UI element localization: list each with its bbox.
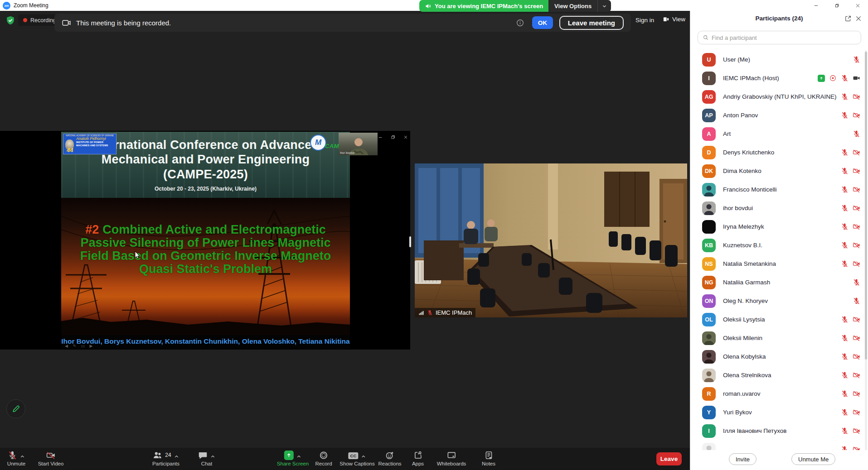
- mic-off-icon: [841, 408, 849, 416]
- participant-row[interactable]: IIEMC IPMach (Host): [690, 69, 868, 87]
- participants-panel: Participants (24) UUser (Me)IIEMC IPMach…: [690, 11, 868, 470]
- participant-row[interactable]: ihor bovdui: [690, 199, 868, 217]
- mic-off-icon: [841, 260, 849, 268]
- participant-search[interactable]: [698, 31, 861, 44]
- participant-row[interactable]: DKDima Kotenko: [690, 162, 868, 180]
- mic-off-icon: [427, 310, 433, 316]
- slide-header: NATIONAL ACADEMY OF SCIENCES OF UKRAINE …: [61, 132, 350, 198]
- layout-icon: [663, 16, 669, 23]
- conference-date: October 20 - 23, 2025 (Kharkiv, Ukraine): [61, 186, 350, 192]
- pane-resize-handle[interactable]: [409, 236, 411, 247]
- participant-row[interactable]: Olena Kobylska: [690, 347, 868, 366]
- participant-row[interactable]: Oleksii Milenin: [690, 329, 868, 347]
- campe-logo-text: CAM: [325, 143, 339, 149]
- mouse-cursor: [135, 251, 141, 261]
- toolbar-label: Share Screen: [277, 461, 309, 466]
- camera-off-icon: [853, 390, 860, 398]
- screen-share-icon: [818, 75, 825, 82]
- toolbar-notes-button[interactable]: Notes: [482, 450, 495, 466]
- view-button[interactable]: View: [663, 16, 685, 23]
- toolbar-share-screen-button[interactable]: Share Screen: [277, 450, 309, 466]
- thumbnail-name-label: ihor bovdui: [340, 151, 354, 154]
- mic-off-icon: [841, 390, 849, 398]
- chevron-up-icon[interactable]: [210, 453, 215, 458]
- unmute-me-button[interactable]: Unmute Me: [791, 453, 835, 465]
- minimize-button[interactable]: [805, 0, 826, 11]
- toolbar-record-button[interactable]: Record: [315, 450, 332, 466]
- participant-name: Nataliia Garmash: [723, 279, 770, 286]
- leave-button[interactable]: Leave: [656, 452, 682, 465]
- avatar: [702, 331, 716, 345]
- participant-row[interactable]: AGAndriy Grabovskiy (NTU KhPI, UKRAINE): [690, 87, 868, 106]
- mic-off-icon: [841, 93, 849, 101]
- scrollbar-thumb[interactable]: [865, 52, 867, 360]
- search-input[interactable]: [712, 34, 856, 41]
- leave-meeting-button[interactable]: Leave meeting: [559, 16, 624, 30]
- participant-name: Iryna Melezhyk: [723, 223, 764, 230]
- security-shield-icon[interactable]: [5, 15, 15, 25]
- toolbar-whiteboards-button[interactable]: Whiteboards: [437, 450, 466, 466]
- meeting-toolbar: UnmuteStart Video24ParticipantsChatShare…: [0, 448, 690, 470]
- participant-row[interactable]: NGNataliia Garmash: [690, 273, 868, 292]
- info-icon[interactable]: [516, 19, 524, 27]
- participant-row[interactable]: DDenys Kriutchenko: [690, 143, 868, 162]
- participant-row[interactable]: Iryna Melezhyk: [690, 217, 868, 236]
- participant-row[interactable]: Francisco Monticelli: [690, 180, 868, 199]
- participants-header: Participants (24): [690, 11, 868, 24]
- camera-off-icon: [853, 353, 860, 360]
- view-options-chevron[interactable]: [597, 0, 611, 12]
- ok-button[interactable]: OK: [532, 16, 553, 29]
- restore-button[interactable]: [826, 0, 847, 11]
- campe-logo: M: [310, 134, 326, 151]
- toolbar-apps-button[interactable]: Apps: [412, 450, 424, 466]
- participant-row[interactable]: YYuri Bykov: [690, 403, 868, 422]
- view-options-button[interactable]: View Options: [548, 0, 597, 12]
- meeting-area: Recording This meeting is being recorded…: [0, 11, 690, 470]
- avatar: U: [702, 53, 716, 67]
- close-panel-icon[interactable]: [855, 15, 862, 22]
- toolbar-unmute-button[interactable]: Unmute: [7, 450, 25, 466]
- invite-button[interactable]: Invite: [729, 453, 756, 465]
- chevron-up-icon[interactable]: [20, 453, 25, 458]
- close-icon: [403, 134, 408, 140]
- camera-on-icon: [853, 74, 860, 82]
- toolbar-show-captions-button[interactable]: CCShow Captions: [339, 450, 374, 466]
- participant-row[interactable]: OLOleksii Lysytsia: [690, 310, 868, 329]
- participant-row[interactable]: Rroman.uvarov: [690, 384, 868, 403]
- chevron-up-icon[interactable]: [296, 453, 301, 458]
- toolbar-reactions-button[interactable]: Reactions: [378, 450, 401, 466]
- signal-bars-icon: [418, 310, 424, 316]
- chevron-up-icon[interactable]: [174, 453, 179, 458]
- participant-row[interactable]: AArt: [690, 125, 868, 143]
- participant-name: Dima Kotenko: [723, 168, 761, 174]
- presentation-slide: NATIONAL ACADEMY OF SCIENCES OF UKRAINE …: [61, 132, 350, 349]
- participant-row[interactable]: NSNatalia Smetankina: [690, 254, 868, 273]
- camera-off-icon: [853, 186, 860, 193]
- participant-row[interactable]: Olena Strelnikova: [690, 366, 868, 384]
- mic-off-icon: [841, 353, 849, 360]
- participant-row[interactable]: APAnton Panov: [690, 106, 868, 125]
- participant-count-badge: 24: [165, 452, 171, 458]
- participant-name: Olena Strelnikova: [723, 372, 771, 379]
- notes-icon: [484, 451, 493, 460]
- avatar: NS: [702, 257, 716, 271]
- close-button[interactable]: [847, 0, 868, 11]
- avatar: DK: [702, 164, 716, 178]
- participant-name: Oleg N. Khoryev: [723, 297, 768, 304]
- shared-screen: NATIONAL ACADEMY OF SCIENCES OF UKRAINE …: [0, 131, 410, 350]
- participant-row[interactable]: ONOleg N. Khoryev: [690, 292, 868, 310]
- participant-row[interactable]: KBKuznetsov B.I.: [690, 236, 868, 254]
- room-video-feed: IEMC IPMach: [415, 163, 687, 317]
- chevron-up-icon[interactable]: [361, 453, 366, 458]
- toolbar-participants-button[interactable]: 24Participants: [152, 450, 179, 466]
- participant-row[interactable]: IІлля Іванович Петухов: [690, 422, 868, 440]
- popout-icon[interactable]: [844, 15, 852, 22]
- annotate-button[interactable]: [6, 399, 25, 418]
- recording-camera-icon: [62, 18, 71, 28]
- reactions-icon: [385, 451, 394, 460]
- sign-in-button[interactable]: Sign in: [635, 17, 654, 24]
- toolbar-start-video-button[interactable]: Start Video: [38, 450, 64, 466]
- toolbar-chat-button[interactable]: Chat: [198, 450, 215, 466]
- participant-row[interactable]: UUser (Me): [690, 50, 868, 69]
- paper-authors: Ihor Bovdui, Borys Kuznetsov, Konstantin…: [61, 335, 350, 347]
